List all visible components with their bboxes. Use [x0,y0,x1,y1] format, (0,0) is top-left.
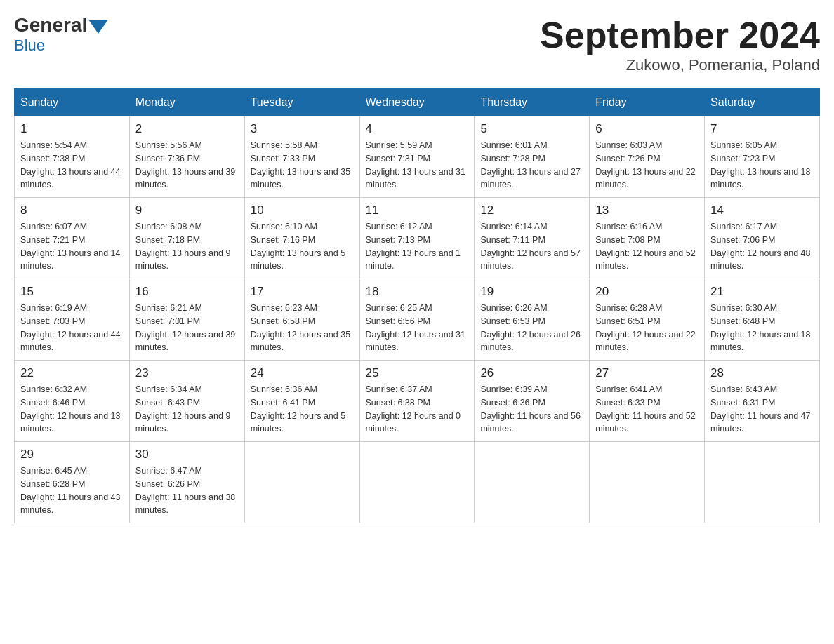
table-row: 3Sunrise: 5:58 AMSunset: 7:33 PMDaylight… [244,116,359,198]
day-number: 19 [480,285,583,299]
table-row: 19Sunrise: 6:26 AMSunset: 6:53 PMDayligh… [475,279,590,361]
calendar-week-row: 22Sunrise: 6:32 AMSunset: 6:46 PMDayligh… [15,361,820,442]
table-row: 21Sunrise: 6:30 AMSunset: 6:48 PMDayligh… [705,279,820,361]
day-info: Sunrise: 6:08 AMSunset: 7:18 PMDaylight:… [135,220,239,273]
day-number: 26 [480,366,583,380]
table-row: 22Sunrise: 6:32 AMSunset: 6:46 PMDayligh… [15,361,130,442]
day-number: 22 [20,366,124,380]
calendar-header-monday: Monday [129,89,244,116]
day-info: Sunrise: 5:56 AMSunset: 7:36 PMDaylight:… [135,139,239,192]
table-row [705,442,820,523]
table-row: 4Sunrise: 5:59 AMSunset: 7:31 PMDaylight… [359,116,475,198]
day-info: Sunrise: 6:34 AMSunset: 6:43 PMDaylight:… [135,383,239,436]
day-number: 15 [20,285,124,299]
calendar-header-friday: Friday [590,89,705,116]
day-number: 3 [251,122,354,136]
logo-blue-text: Blue [14,36,45,55]
day-number: 16 [135,285,239,299]
table-row: 27Sunrise: 6:41 AMSunset: 6:33 PMDayligh… [590,361,705,442]
table-row: 23Sunrise: 6:34 AMSunset: 6:43 PMDayligh… [129,361,244,442]
day-info: Sunrise: 5:59 AMSunset: 7:31 PMDaylight:… [366,139,469,192]
table-row: 2Sunrise: 5:56 AMSunset: 7:36 PMDaylight… [129,116,244,198]
day-info: Sunrise: 6:37 AMSunset: 6:38 PMDaylight:… [366,383,469,436]
day-number: 23 [135,366,239,380]
table-row [244,442,359,523]
day-number: 17 [251,285,354,299]
table-row: 8Sunrise: 6:07 AMSunset: 7:21 PMDaylight… [15,198,130,279]
calendar-header-tuesday: Tuesday [244,89,359,116]
calendar-table: SundayMondayTuesdayWednesdayThursdayFrid… [14,88,820,523]
calendar-header-wednesday: Wednesday [359,89,475,116]
table-row: 12Sunrise: 6:14 AMSunset: 7:11 PMDayligh… [475,198,590,279]
day-number: 7 [710,122,814,136]
day-info: Sunrise: 6:01 AMSunset: 7:28 PMDaylight:… [480,139,583,192]
day-info: Sunrise: 6:16 AMSunset: 7:08 PMDaylight:… [595,220,699,273]
calendar-week-row: 29Sunrise: 6:45 AMSunset: 6:28 PMDayligh… [15,442,820,523]
table-row: 18Sunrise: 6:25 AMSunset: 6:56 PMDayligh… [359,279,475,361]
logo-general-text: General [14,14,87,36]
table-row: 11Sunrise: 6:12 AMSunset: 7:13 PMDayligh… [359,198,475,279]
table-row: 1Sunrise: 5:54 AMSunset: 7:38 PMDaylight… [15,116,130,198]
table-row: 13Sunrise: 6:16 AMSunset: 7:08 PMDayligh… [590,198,705,279]
table-row: 14Sunrise: 6:17 AMSunset: 7:06 PMDayligh… [705,198,820,279]
day-info: Sunrise: 6:41 AMSunset: 6:33 PMDaylight:… [595,383,699,436]
day-info: Sunrise: 6:23 AMSunset: 6:58 PMDaylight:… [251,302,354,354]
table-row: 9Sunrise: 6:08 AMSunset: 7:18 PMDaylight… [129,198,244,279]
day-number: 5 [480,122,583,136]
day-info: Sunrise: 6:36 AMSunset: 6:41 PMDaylight:… [251,383,354,436]
day-number: 11 [366,203,469,217]
page-header: General Blue September 2024 Zukowo, Pome… [14,14,820,74]
table-row [475,442,590,523]
day-info: Sunrise: 6:21 AMSunset: 7:01 PMDaylight:… [135,302,239,354]
day-info: Sunrise: 6:03 AMSunset: 7:26 PMDaylight:… [595,139,699,192]
month-title: September 2024 [540,14,820,56]
day-number: 24 [251,366,354,380]
calendar-header-sunday: Sunday [15,89,130,116]
day-info: Sunrise: 6:25 AMSunset: 6:56 PMDaylight:… [366,302,469,354]
table-row: 24Sunrise: 6:36 AMSunset: 6:41 PMDayligh… [244,361,359,442]
table-row: 17Sunrise: 6:23 AMSunset: 6:58 PMDayligh… [244,279,359,361]
day-number: 28 [710,366,814,380]
table-row: 20Sunrise: 6:28 AMSunset: 6:51 PMDayligh… [590,279,705,361]
calendar-week-row: 1Sunrise: 5:54 AMSunset: 7:38 PMDaylight… [15,116,820,198]
day-number: 21 [710,285,814,299]
day-info: Sunrise: 6:17 AMSunset: 7:06 PMDaylight:… [710,220,814,273]
table-row: 26Sunrise: 6:39 AMSunset: 6:36 PMDayligh… [475,361,590,442]
calendar-week-row: 8Sunrise: 6:07 AMSunset: 7:21 PMDaylight… [15,198,820,279]
calendar-header-thursday: Thursday [475,89,590,116]
day-info: Sunrise: 6:05 AMSunset: 7:23 PMDaylight:… [710,139,814,192]
table-row: 5Sunrise: 6:01 AMSunset: 7:28 PMDaylight… [475,116,590,198]
table-row: 25Sunrise: 6:37 AMSunset: 6:38 PMDayligh… [359,361,475,442]
day-info: Sunrise: 6:39 AMSunset: 6:36 PMDaylight:… [480,383,583,436]
table-row: 16Sunrise: 6:21 AMSunset: 7:01 PMDayligh… [129,279,244,361]
table-row: 15Sunrise: 6:19 AMSunset: 7:03 PMDayligh… [15,279,130,361]
title-block: September 2024 Zukowo, Pomerania, Poland [540,14,820,74]
day-number: 13 [595,203,699,217]
day-number: 14 [710,203,814,217]
table-row: 10Sunrise: 6:10 AMSunset: 7:16 PMDayligh… [244,198,359,279]
day-info: Sunrise: 6:28 AMSunset: 6:51 PMDaylight:… [595,302,699,354]
day-number: 8 [20,203,124,217]
day-info: Sunrise: 6:07 AMSunset: 7:21 PMDaylight:… [20,220,124,273]
day-number: 20 [595,285,699,299]
calendar-week-row: 15Sunrise: 6:19 AMSunset: 7:03 PMDayligh… [15,279,820,361]
table-row [359,442,475,523]
day-number: 30 [135,448,239,462]
calendar-header-saturday: Saturday [705,89,820,116]
day-info: Sunrise: 6:19 AMSunset: 7:03 PMDaylight:… [20,302,124,354]
day-info: Sunrise: 6:10 AMSunset: 7:16 PMDaylight:… [251,220,354,273]
day-info: Sunrise: 6:30 AMSunset: 6:48 PMDaylight:… [710,302,814,354]
table-row: 29Sunrise: 6:45 AMSunset: 6:28 PMDayligh… [15,442,130,523]
table-row: 28Sunrise: 6:43 AMSunset: 6:31 PMDayligh… [705,361,820,442]
day-info: Sunrise: 6:32 AMSunset: 6:46 PMDaylight:… [20,383,124,436]
day-info: Sunrise: 6:14 AMSunset: 7:11 PMDaylight:… [480,220,583,273]
day-info: Sunrise: 6:47 AMSunset: 6:26 PMDaylight:… [135,464,239,517]
calendar-header-row: SundayMondayTuesdayWednesdayThursdayFrid… [15,89,820,116]
day-number: 4 [366,122,469,136]
day-number: 12 [480,203,583,217]
day-info: Sunrise: 5:54 AMSunset: 7:38 PMDaylight:… [20,139,124,192]
table-row: 6Sunrise: 6:03 AMSunset: 7:26 PMDaylight… [590,116,705,198]
day-number: 27 [595,366,699,380]
day-info: Sunrise: 6:45 AMSunset: 6:28 PMDaylight:… [20,464,124,517]
table-row [590,442,705,523]
